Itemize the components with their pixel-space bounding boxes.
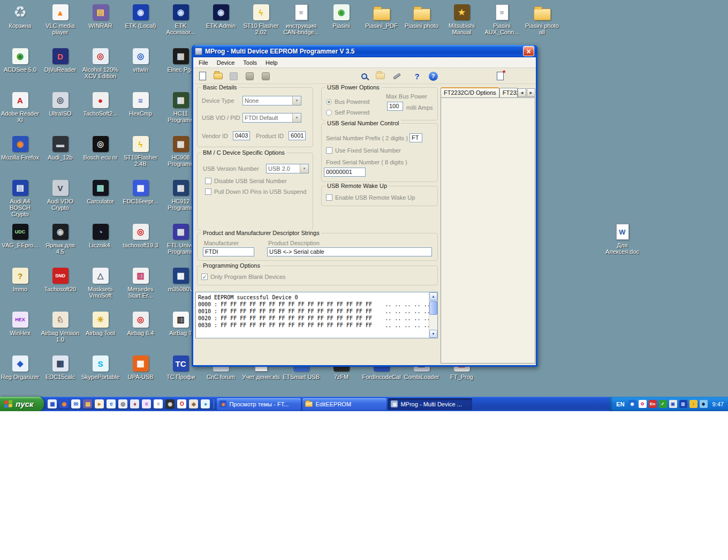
desktop-icon-immo[interactable]: ?Immo: [1, 267, 40, 292]
desktop-icon-winrar[interactable]: ▤WINRAR: [81, 3, 120, 29]
tray-network-icon[interactable]: ▥: [679, 400, 687, 408]
serial-prefix-field[interactable]: FT: [410, 133, 422, 142]
desktop-icon-skypeportable[interactable]: SSkypePortable: [81, 354, 120, 380]
quicklaunch-firefox-icon[interactable]: ◉: [59, 399, 69, 408]
desktop-icon-инструкция-can-bridge[interactable]: ≡инструкция CAN-bridge...: [282, 3, 321, 35]
desktop-icon-airbag-tool[interactable]: ✳Airbag Tool: [81, 311, 120, 336]
tab-scroll-left-icon[interactable]: ◄: [518, 88, 526, 97]
quicklaunch-show-desktop-icon[interactable]: ▦: [48, 399, 57, 408]
quicklaunch-ie-icon[interactable]: e: [107, 399, 116, 408]
new-file-button[interactable]: [196, 70, 209, 82]
save-file-button[interactable]: [227, 70, 240, 82]
desktop-icon-корзина[interactable]: ♻Корзина: [1, 3, 40, 29]
title-bar[interactable]: MProg - Multi Device EEPROM Programmer V…: [193, 45, 536, 57]
desktop-icon-djvureader[interactable]: DDjVuReader: [41, 47, 80, 73]
scroll-down-icon[interactable]: ▼: [429, 330, 437, 338]
disable-usb-serial-checkbox[interactable]: Disable USB Serial Number: [205, 178, 287, 184]
desktop-icon-mozilla-firefox[interactable]: ◉Mozilla Firefox: [1, 135, 40, 161]
scroll-up-icon[interactable]: ▲: [429, 292, 437, 300]
close-button[interactable]: ×: [523, 46, 534, 56]
use-fixed-serial-checkbox[interactable]: Use Fixed Serial Number: [326, 147, 401, 154]
vendor-id-field[interactable]: 0403: [233, 131, 250, 140]
language-indicator[interactable]: EN: [616, 401, 626, 407]
desktop-icon-piasini-aux-conn[interactable]: ≡Piasini AUX_Conn...: [482, 3, 521, 35]
quicklaunch-hex-editor-icon[interactable]: ≡: [142, 399, 151, 408]
desktop-icon-edc16eepr[interactable]: ▦EDC16eepr...: [121, 179, 160, 205]
quicklaunch-mail-icon[interactable]: ✉: [71, 399, 80, 408]
desktop-icon-mersedes-start-er[interactable]: ▥Mersedes Start Er...: [121, 267, 160, 299]
desktop-icon-audi-12b[interactable]: ▬Audi_12b: [41, 135, 80, 161]
enable-remote-wakeup-checkbox[interactable]: Enable USB Remote Wake Up: [326, 194, 415, 201]
desktop-icon-etk-local[interactable]: ◉ETK (Local): [121, 3, 160, 29]
desktop-icon-acdsee-5-0[interactable]: ◉ACDSee 5.0: [1, 47, 40, 73]
desktop-icon-vrtwin[interactable]: ◎vrtwin: [121, 47, 160, 73]
quicklaunch-search-icon[interactable]: ◎: [118, 399, 127, 408]
desktop-icon-masksets-vmosoft[interactable]: △Masksets VmoSoft: [81, 267, 120, 299]
quicklaunch-notes-icon[interactable]: ≡: [154, 399, 163, 408]
pulldown-io-checkbox[interactable]: Pull Down IO Pins in USB Suspend: [205, 188, 306, 195]
menu-tools[interactable]: Tools: [239, 58, 261, 67]
desktop-icon-adobe-reader-xi[interactable]: AAdobe Reader XI: [1, 91, 40, 123]
tray-lang-indicator-icon[interactable]: En: [649, 400, 657, 408]
quicklaunch-opera-icon[interactable]: O: [177, 399, 186, 408]
edit-template-button[interactable]: [494, 70, 506, 82]
about-button[interactable]: ?: [411, 70, 423, 82]
desktop-icon-audi-a4-bosch-crypto[interactable]: ▤Audi A4 BOSCH Crypto: [1, 179, 40, 217]
menu-device[interactable]: Device: [213, 58, 239, 67]
start-button[interactable]: пуск: [0, 397, 44, 411]
cycle-device-button[interactable]: [390, 70, 403, 82]
chevron-down-icon[interactable]: ▼: [292, 113, 301, 122]
desktop-icon-tachosoft19-3[interactable]: ◎tachosoft19.3: [121, 223, 160, 248]
quicklaunch-browser-icon[interactable]: ●: [201, 399, 210, 408]
desktop-icon-st10-flasher-2-02[interactable]: ϟST10 Flasher 2.02: [241, 3, 280, 35]
desktop-icon-etk-accessor[interactable]: ◉ETK Accessor...: [161, 3, 200, 35]
desktop-icon-piasini-photo[interactable]: Piasini photo: [402, 3, 441, 29]
max-bus-power-field[interactable]: 100: [387, 102, 403, 111]
desktop-icon-st10flasher-2-4b[interactable]: ϟST10Flasher 2.4B: [121, 135, 160, 167]
desktop-icon-airbag-6-4[interactable]: ◎Airbag 6.4: [121, 311, 160, 336]
manufacturer-field[interactable]: FTDI: [203, 247, 254, 256]
fixed-serial-field[interactable]: 00000001: [324, 168, 366, 177]
chevron-down-icon[interactable]: ▼: [300, 164, 308, 173]
desktop-icon-vlc-media-player[interactable]: ▲VLC media player: [41, 3, 80, 35]
desktop-icon-hexcmp[interactable]: ≡HexCmp: [121, 91, 160, 117]
desktop-icon-airbag-version-1-0[interactable]: ♘Airbag Version 1.0: [41, 311, 80, 343]
menu-file[interactable]: File: [194, 58, 213, 67]
stop-button-1[interactable]: [243, 70, 256, 82]
taskbar-task-editeeprom[interactable]: EditEEPROM: [302, 398, 386, 410]
tray-volume-icon[interactable]: ♪: [689, 400, 697, 408]
usb-version-combo[interactable]: USB 2.0 ▼: [266, 164, 309, 173]
desktop-icon-piasini-photo-all[interactable]: Piasini photo all: [522, 3, 562, 35]
tray-flower-icon[interactable]: ✿: [639, 400, 647, 408]
quicklaunch-tools-icon[interactable]: ◆: [189, 399, 198, 408]
tab-ft232[interactable]: FT232: [499, 88, 518, 97]
desktop-icon-edc15calc[interactable]: ▦EDC15calc: [41, 354, 80, 380]
tab-ft2232cd-options[interactable]: FT2232C/D Options: [441, 87, 499, 97]
product-description-field[interactable]: USB <-> Serial cable: [267, 247, 432, 256]
desktop-icon-tachosoft20[interactable]: SNDTachosoft20: [41, 267, 80, 292]
desktop-icon-reg-organizer[interactable]: ◆Reg Organizer: [1, 354, 40, 380]
quicklaunch-winrar-icon[interactable]: ▤: [83, 399, 92, 408]
open-file-button[interactable]: [211, 70, 224, 82]
log-scrollbar[interactable]: ▲ ▼: [429, 292, 437, 338]
stop-button-2[interactable]: [259, 70, 272, 82]
taskbar-clock[interactable]: 9:47: [710, 401, 724, 407]
desktop-icon-piasini[interactable]: ◉Piasini: [322, 3, 361, 29]
desktop-icon-winhex[interactable]: HEXWinHex: [1, 311, 40, 336]
desktop-icon-audi-vdo-crypto[interactable]: VAudi VDO Crypto: [41, 179, 80, 211]
desktop-icon-etk-admin[interactable]: ◉ETK Admin: [201, 3, 240, 29]
tray-messenger-icon[interactable]: ◉: [628, 400, 636, 408]
only-program-blank-checkbox[interactable]: ✓ Only Program Blank Devices: [201, 274, 286, 280]
desktop-icon-piasini-pdf[interactable]: Piasini_PDF: [362, 3, 401, 29]
quicklaunch-beetle-icon[interactable]: ♦: [130, 399, 139, 408]
desktop-icon-tachosoft2[interactable]: ●TachoSoft2...: [81, 91, 120, 117]
tray-usb-device-icon[interactable]: ◆: [700, 400, 708, 408]
device-type-combo[interactable]: None ▼: [242, 96, 301, 105]
desktop-icon-для-алексея-doc[interactable]: WДля Алексея.doc: [603, 223, 642, 255]
desktop-icon-bosch-ecu-nr[interactable]: ◎Bosch ecu nr: [81, 135, 120, 161]
desktop-icon-ярлык-для-4-5[interactable]: ◉Ярлык для 4.5: [41, 223, 80, 255]
bus-powered-radio[interactable]: Bus Powered: [326, 99, 369, 105]
vidpid-combo[interactable]: FTDI Default ▼: [242, 113, 301, 123]
desktop-icon-upa-usb[interactable]: ▦UPA-USB: [121, 354, 160, 380]
menu-help[interactable]: Help: [261, 58, 282, 67]
